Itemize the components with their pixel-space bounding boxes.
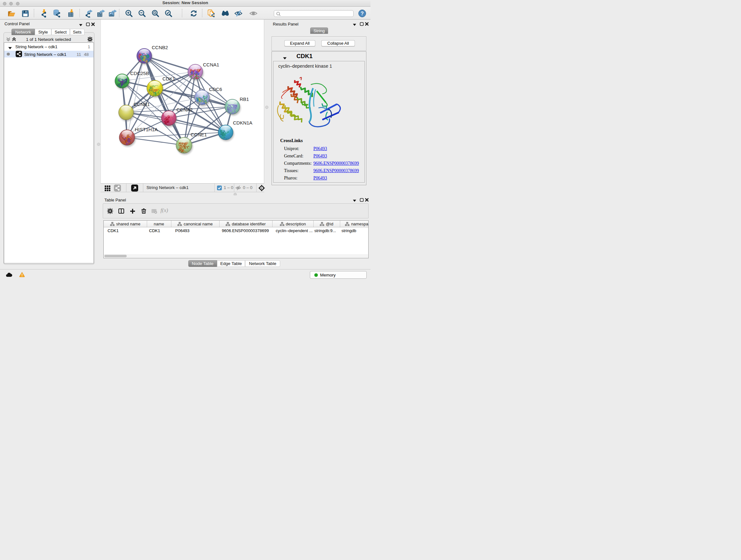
svg-text:CCNE1: CCNE1 bbox=[191, 132, 207, 137]
svg-text:RB1: RB1 bbox=[240, 97, 249, 102]
svg-text:CDC6: CDC6 bbox=[209, 86, 222, 92]
svg-text:CDK1: CDK1 bbox=[162, 76, 175, 81]
svg-text:CCNB1: CCNB1 bbox=[134, 102, 150, 107]
svg-text:CDC25B: CDC25B bbox=[130, 71, 149, 76]
svg-text:CCNA1: CCNA1 bbox=[203, 62, 219, 67]
svg-text:CCNA2: CCNA2 bbox=[177, 107, 193, 112]
svg-text:HIST1H1A: HIST1H1A bbox=[135, 127, 158, 132]
svg-text:CCNB2: CCNB2 bbox=[152, 45, 168, 50]
svg-text:CDKN1A: CDKN1A bbox=[233, 120, 253, 125]
